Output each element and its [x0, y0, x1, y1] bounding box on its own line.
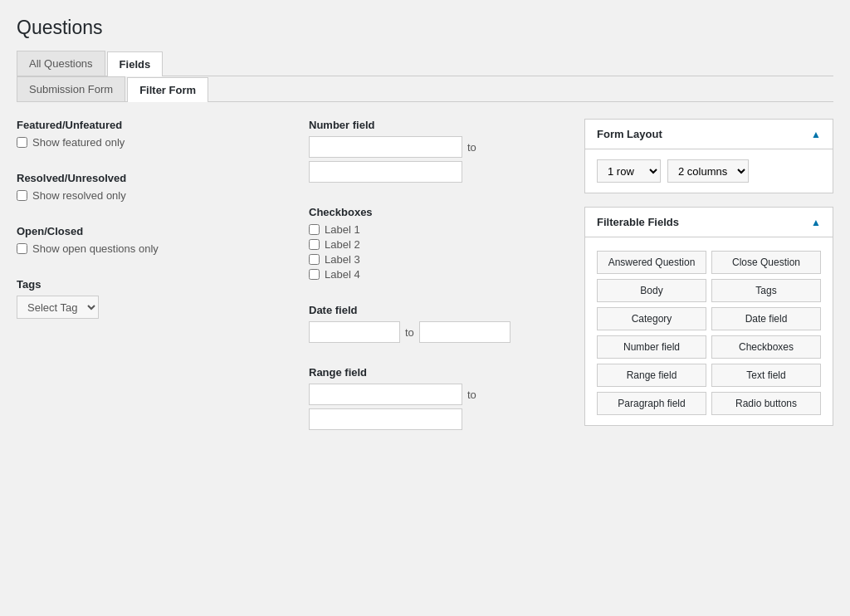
- tab-filter-form[interactable]: Filter Form: [127, 77, 208, 102]
- list-item: Label 2: [309, 238, 568, 251]
- list-item: Label 1: [309, 223, 568, 236]
- secondary-tabs: Submission Form Filter Form: [17, 76, 833, 102]
- list-item: Label 4: [309, 268, 568, 281]
- open-closed-group: Open/Closed Show open questions only: [17, 225, 276, 255]
- form-layout-collapse-icon[interactable]: ▲: [811, 129, 821, 140]
- form-layout-header: Form Layout ▲: [585, 120, 833, 149]
- resolved-unresolved-group: Resolved/Unresolved Show resolved only: [17, 172, 276, 202]
- filterable-fields-header: Filterable Fields ▲: [585, 208, 833, 237]
- number-field-label: Number field: [309, 119, 568, 131]
- featured-checkbox-label: Show featured only: [32, 136, 125, 149]
- filterable-btn-radio-buttons[interactable]: Radio buttons: [711, 392, 821, 415]
- tab-all-questions[interactable]: All Questions: [17, 51, 105, 76]
- form-layout-content: 1 row 2 rows 3 rows 1 column 2 columns 3…: [585, 149, 833, 193]
- filterable-btn-text-field[interactable]: Text field: [711, 364, 821, 387]
- date-field-from[interactable]: [309, 321, 400, 343]
- primary-tabs: All Questions Fields: [17, 51, 833, 76]
- filterable-btn-checkboxes[interactable]: Checkboxes: [711, 335, 821, 359]
- filterable-btn-body[interactable]: Body: [597, 279, 706, 302]
- number-field-from[interactable]: [309, 136, 462, 158]
- open-closed-checkbox[interactable]: [17, 243, 27, 254]
- range-field-label: Range field: [309, 366, 568, 379]
- checkbox-label2[interactable]: [309, 239, 320, 250]
- tab-fields[interactable]: Fields: [107, 51, 164, 76]
- featured-unfeatured-group: Featured/Unfeatured Show featured only: [17, 119, 276, 149]
- checkboxes-label: Checkboxes: [309, 206, 568, 218]
- filterable-fields-box: Filterable Fields ▲ Answered Question Cl…: [584, 207, 833, 426]
- open-closed-label: Open/Closed: [17, 225, 276, 237]
- filterable-btn-tags[interactable]: Tags: [711, 279, 821, 302]
- list-item: Label 3: [309, 253, 568, 266]
- checkbox-label4[interactable]: [309, 269, 320, 280]
- form-layout-title: Form Layout: [597, 128, 662, 140]
- filterable-btn-category[interactable]: Category: [597, 307, 706, 330]
- number-field-group: Number field to: [309, 119, 568, 183]
- filterable-btn-date-field[interactable]: Date field: [711, 307, 821, 330]
- filterable-btn-answered-question[interactable]: Answered Question: [597, 251, 706, 274]
- checkbox-label1-text: Label 1: [325, 223, 360, 236]
- number-field-to[interactable]: [309, 161, 462, 183]
- tags-label: Tags: [17, 278, 276, 291]
- filterable-fields-title: Filterable Fields: [597, 216, 679, 228]
- page-title: Questions: [17, 17, 833, 39]
- checkbox-label4-text: Label 4: [325, 268, 360, 281]
- open-closed-checkbox-label: Show open questions only: [32, 242, 159, 255]
- range-field-group: Range field to: [309, 366, 568, 430]
- row-select[interactable]: 1 row 2 rows 3 rows: [597, 159, 661, 183]
- resolved-checkbox[interactable]: [17, 190, 27, 201]
- checkbox-label3-text: Label 3: [325, 253, 360, 266]
- number-to-label: to: [467, 141, 476, 154]
- form-layout-box: Form Layout ▲ 1 row 2 rows 3 rows 1 colu…: [584, 119, 833, 193]
- filterable-btn-close-question[interactable]: Close Question: [711, 251, 821, 274]
- date-to-label: to: [405, 326, 414, 339]
- date-field-group: Date field to: [309, 304, 568, 343]
- column-select[interactable]: 1 column 2 columns 3 columns: [667, 159, 749, 183]
- sidebar: Form Layout ▲ 1 row 2 rows 3 rows 1 colu…: [584, 119, 833, 453]
- tab-submission-form[interactable]: Submission Form: [17, 76, 125, 101]
- form-column-2: Number field to Checkboxes: [309, 119, 568, 453]
- tags-select[interactable]: Select Tag: [17, 296, 99, 319]
- range-field-to[interactable]: [309, 408, 462, 430]
- filterable-btn-number-field[interactable]: Number field: [597, 335, 706, 359]
- filterable-btn-paragraph-field[interactable]: Paragraph field: [597, 392, 706, 415]
- tags-group: Tags Select Tag: [17, 278, 276, 319]
- checkbox-label2-text: Label 2: [325, 238, 360, 251]
- date-field-label: Date field: [309, 304, 568, 316]
- range-field-from[interactable]: [309, 384, 462, 405]
- checkbox-label1[interactable]: [309, 224, 320, 235]
- filterable-btn-range-field[interactable]: Range field: [597, 364, 706, 387]
- checkboxes-group: Checkboxes Label 1 Label 2: [309, 206, 568, 281]
- date-field-to[interactable]: [419, 321, 510, 343]
- resolved-label: Resolved/Unresolved: [17, 172, 276, 184]
- filterable-fields-content: Answered Question Close Question Body Ta…: [585, 237, 833, 425]
- featured-label: Featured/Unfeatured: [17, 119, 276, 131]
- resolved-checkbox-label: Show resolved only: [32, 189, 126, 202]
- form-column-1: Featured/Unfeatured Show featured only R…: [17, 119, 276, 453]
- featured-checkbox[interactable]: [17, 137, 27, 148]
- filterable-grid: Answered Question Close Question Body Ta…: [597, 251, 821, 415]
- filterable-fields-collapse-icon[interactable]: ▲: [811, 217, 821, 228]
- checkboxes-list: Label 1 Label 2 Label 3: [309, 223, 568, 281]
- range-to-label: to: [467, 389, 476, 401]
- form-area: Featured/Unfeatured Show featured only R…: [17, 119, 568, 453]
- checkbox-label3[interactable]: [309, 254, 320, 265]
